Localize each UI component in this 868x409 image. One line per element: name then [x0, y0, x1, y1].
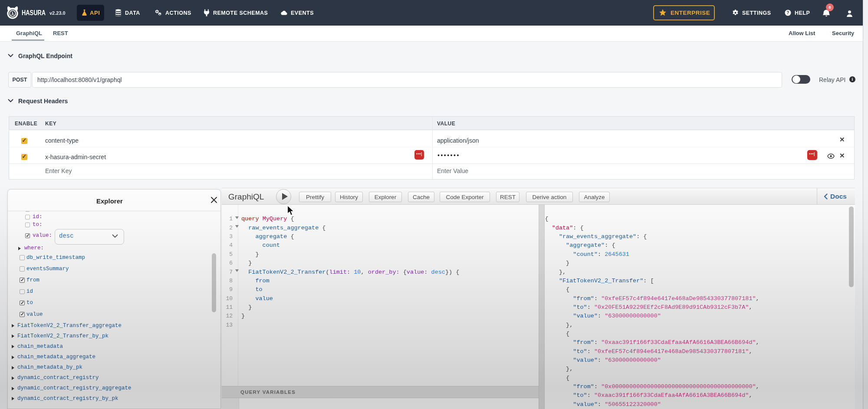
svg-text:λ: λ [11, 11, 14, 16]
svg-text:?: ? [786, 10, 789, 15]
